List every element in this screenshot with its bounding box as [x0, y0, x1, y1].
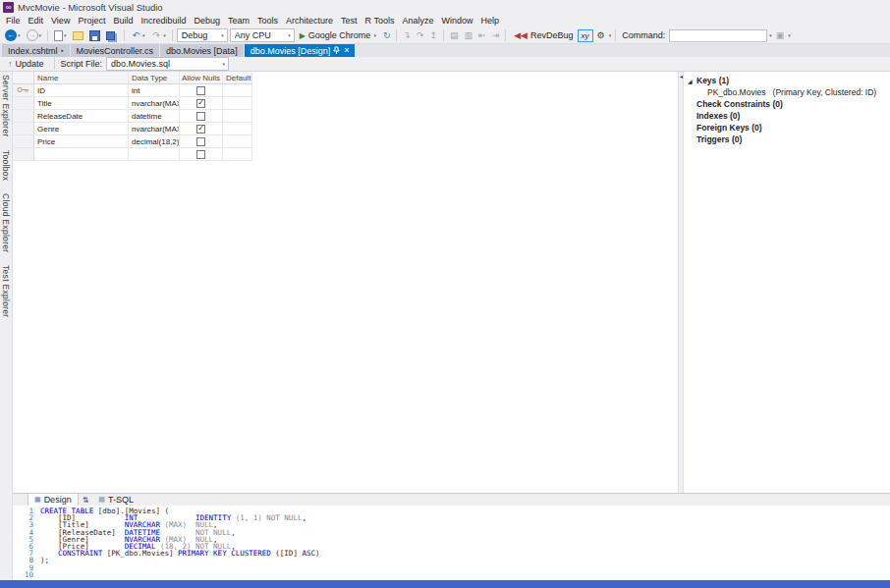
default-cell[interactable]: [223, 123, 252, 135]
menu-item-file[interactable]: File: [2, 15, 25, 27]
tree-item-indexes-0[interactable]: Indexes (0): [684, 110, 890, 122]
tree-item-foreign-keys-0[interactable]: Foreign Keys (0): [684, 122, 890, 134]
uncomment-icon[interactable]: ▥: [463, 30, 475, 40]
command-input[interactable]: [669, 29, 767, 42]
default-cell[interactable]: [223, 97, 252, 110]
row-selector[interactable]: [13, 84, 34, 97]
allow-nulls-checkbox[interactable]: [196, 112, 205, 121]
sidebar-tab-server-explorer[interactable]: Server Explorer: [1, 75, 11, 137]
chevron-down-icon[interactable]: ▾: [18, 32, 21, 38]
data-type-cell[interactable]: nvarchar(MAX): [129, 123, 180, 135]
grid-row[interactable]: Titlenvarchar(MAX)✓: [13, 97, 678, 110]
open-file-button[interactable]: [71, 28, 85, 43]
start-debugging-button[interactable]: ▶ Google Chrome ▾: [297, 30, 379, 40]
panel-splitter[interactable]: ◄: [678, 72, 684, 493]
close-icon[interactable]: ×: [343, 46, 349, 55]
default-cell[interactable]: [223, 84, 252, 97]
chevron-down-icon[interactable]: ▾: [64, 32, 67, 38]
data-type-cell[interactable]: datetime: [129, 110, 180, 123]
tsql-view-tab[interactable]: ▤ T-SQL: [92, 494, 139, 507]
script-file-select[interactable]: dbo.Movies.sql ▾: [106, 57, 229, 71]
undo-button[interactable]: ↶ ▾: [129, 28, 147, 43]
menu-item-project[interactable]: Project: [74, 15, 109, 27]
toolbar-options-icon[interactable]: ▣: [774, 30, 787, 40]
title-bar[interactable]: ∞ MvcMovie - Microsoft Visual Studio: [0, 0, 890, 15]
tsql-editor[interactable]: 1CREATE TABLE [dbo].[Movies] (2 [ID] INT…: [13, 506, 890, 580]
row-selector[interactable]: [13, 123, 34, 135]
row-selector[interactable]: [13, 148, 34, 161]
expander-icon[interactable]: ◢: [688, 78, 696, 84]
data-type-cell[interactable]: decimal(18,2): [129, 135, 180, 148]
sidebar-tab-toolbox[interactable]: Toolbox: [1, 150, 11, 181]
revdebug-xy-toggle[interactable]: xy: [578, 29, 593, 42]
default-cell[interactable]: [223, 135, 252, 148]
grid-row[interactable]: ReleaseDatedatetime: [13, 110, 678, 123]
step-out-icon[interactable]: ↥: [428, 30, 440, 40]
sync-views-icon[interactable]: ⇅: [79, 496, 93, 505]
outdent-icon[interactable]: ⇤: [476, 30, 488, 40]
column-name-cell[interactable]: Genre: [34, 123, 129, 135]
data-type-cell[interactable]: nvarchar(MAX): [129, 97, 180, 110]
grid-row[interactable]: Pricedecimal(18,2): [13, 135, 678, 148]
editor-tab-index-cshtml[interactable]: Index.cshtml●: [2, 44, 70, 57]
pin-icon[interactable]: [333, 46, 340, 55]
revdebug-button[interactable]: ◀◀ RevDeBug: [510, 28, 575, 43]
step-into-icon[interactable]: ↴: [401, 30, 413, 40]
allow-nulls-checkbox[interactable]: [196, 86, 205, 95]
menu-item-edit[interactable]: Edit: [25, 15, 48, 27]
column-name-cell[interactable]: Price: [34, 135, 129, 148]
editor-tab-dbo-movies-design[interactable]: dbo.Movies [Design]×: [245, 44, 356, 57]
grid-new-row[interactable]: [13, 148, 678, 161]
step-over-icon[interactable]: ↷: [415, 30, 426, 40]
collapse-panel-icon[interactable]: ◄: [679, 74, 684, 80]
save-all-button[interactable]: [104, 28, 120, 43]
menu-item-tools[interactable]: Tools: [253, 15, 282, 27]
chevron-down-icon[interactable]: ▾: [769, 32, 772, 38]
row-selector[interactable]: [13, 110, 34, 123]
editor-tab-moviescontroller-cs[interactable]: MoviesController.cs: [71, 44, 160, 57]
gear-icon[interactable]: ⚙: [595, 30, 607, 40]
column-name-cell[interactable]: Title: [34, 97, 129, 110]
data-type-cell[interactable]: int: [129, 84, 180, 97]
refresh-icon[interactable]: ↻: [381, 30, 393, 40]
chevron-down-icon[interactable]: ▾: [163, 32, 166, 38]
row-selector[interactable]: [13, 135, 34, 148]
navigate-forward-button[interactable]: → ▾: [25, 28, 44, 43]
menu-item-analyze[interactable]: Analyze: [398, 15, 437, 27]
new-file-button[interactable]: ▾: [52, 28, 69, 43]
redo-button[interactable]: ↷ ▾: [149, 28, 168, 43]
default-cell[interactable]: [223, 148, 252, 161]
update-button[interactable]: ↑ Update: [4, 58, 48, 71]
tree-item-triggers-0[interactable]: Triggers (0): [684, 134, 890, 145]
chevron-down-icon[interactable]: ▾: [373, 32, 376, 38]
column-name-cell[interactable]: [34, 148, 129, 161]
sidebar-tab-test-explorer[interactable]: Test Explorer: [1, 265, 11, 318]
chevron-down-icon[interactable]: ▾: [609, 32, 612, 38]
column-name-cell[interactable]: ID: [34, 84, 129, 97]
editor-tab-dbo-movies-data[interactable]: dbo.Movies [Data]: [160, 44, 244, 57]
tree-item-keys-1[interactable]: ◢Keys (1): [684, 75, 890, 86]
allow-nulls-checkbox[interactable]: [196, 137, 205, 146]
menu-item-team[interactable]: Team: [224, 15, 253, 27]
row-selector[interactable]: [13, 97, 34, 110]
save-button[interactable]: [87, 28, 102, 43]
allow-nulls-checkbox[interactable]: [196, 150, 205, 159]
comment-icon[interactable]: ▤: [448, 30, 461, 40]
menu-item-r-tools[interactable]: R Tools: [362, 15, 399, 27]
default-cell[interactable]: [223, 110, 252, 123]
menu-item-incredibuild[interactable]: Incredibuild: [137, 15, 190, 27]
solution-configuration-select[interactable]: Debug ▾: [177, 28, 228, 42]
menu-item-window[interactable]: Window: [437, 15, 476, 27]
menu-item-test[interactable]: Test: [337, 15, 362, 27]
tree-child-item[interactable]: PK_dbo.Movies(Primary Key, Clustered: ID…: [684, 86, 890, 98]
allow-nulls-checkbox[interactable]: ✓: [196, 99, 205, 108]
indent-icon[interactable]: ⇥: [490, 30, 502, 40]
design-view-tab[interactable]: ▦ Design: [28, 494, 79, 507]
grid-row[interactable]: Genrenvarchar(MAX)✓: [13, 123, 678, 135]
chevron-down-icon[interactable]: ▾: [142, 32, 145, 38]
solution-platform-select[interactable]: Any CPU ▾: [230, 28, 295, 42]
allow-nulls-checkbox[interactable]: ✓: [196, 125, 205, 134]
sidebar-tab-cloud-explorer[interactable]: Cloud Explorer: [1, 193, 11, 252]
menu-item-view[interactable]: View: [47, 15, 74, 27]
menu-item-help[interactable]: Help: [476, 15, 503, 27]
